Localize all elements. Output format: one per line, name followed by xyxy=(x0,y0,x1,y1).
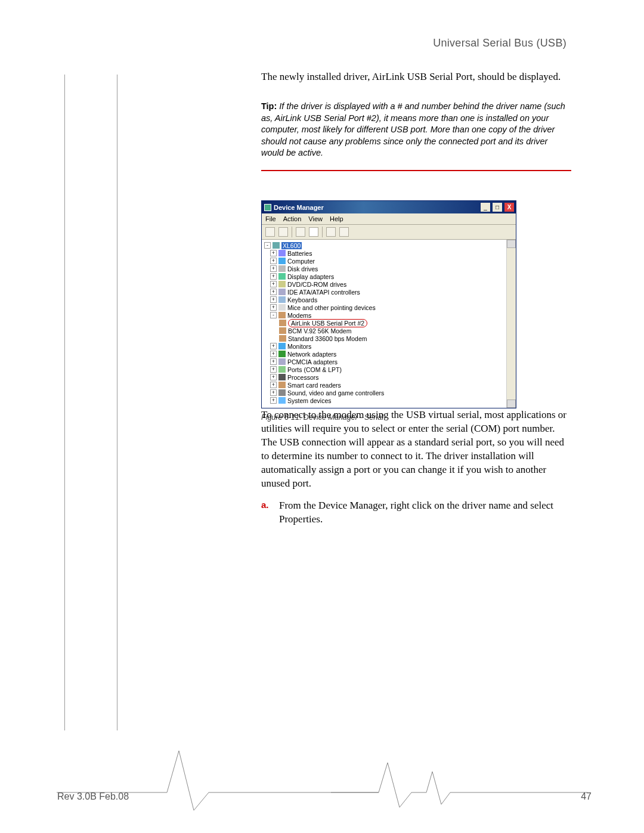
tree-leaf[interactable]: Standard 33600 bps Modem xyxy=(279,335,513,342)
device-manager-window: Device Manager _ □ X File Action View He… xyxy=(261,200,516,408)
expander-icon[interactable]: + xyxy=(270,389,277,396)
device-category-icon xyxy=(278,382,286,388)
expander-icon[interactable]: + xyxy=(270,397,277,404)
menu-bar: File Action View Help xyxy=(262,213,516,225)
tree-node[interactable]: +Ports (COM & LPT) xyxy=(270,366,513,373)
device-tree: - XL600 +Batteries+Computer+Disk drives+… xyxy=(262,240,516,408)
tree-node-label: Smart card readers xyxy=(287,382,341,389)
paragraph-connect: To connect to the modem using the USB vi… xyxy=(261,408,571,491)
modem-icon xyxy=(279,335,286,342)
expander-icon[interactable]: + xyxy=(270,366,277,373)
tree-node[interactable]: -Modems xyxy=(270,311,513,319)
tree-node-label: PCMCIA adapters xyxy=(287,358,338,366)
tree-node-label: System devices xyxy=(287,397,332,404)
tip-text: If the driver is displayed with a # and … xyxy=(261,101,565,157)
expander-icon[interactable]: + xyxy=(270,358,277,365)
tree-node[interactable]: +Processors xyxy=(270,373,513,381)
window-titlebar: Device Manager _ □ X xyxy=(262,201,516,213)
back-icon[interactable] xyxy=(265,227,275,237)
refresh-icon[interactable] xyxy=(339,227,349,237)
expander-icon[interactable]: + xyxy=(270,258,277,264)
paragraph-intro: The newly installed driver, AirLink USB … xyxy=(261,70,571,84)
tree-node-label: IDE ATA/ATAPI controllers xyxy=(287,289,360,296)
figure-screenshot: Device Manager _ □ X File Action View He… xyxy=(261,200,518,422)
tree-leaf[interactable]: AirLink USB Serial Port #2 xyxy=(279,319,513,327)
tree-node[interactable]: +Mice and other pointing devices xyxy=(270,304,513,311)
tree-node-label: Processors xyxy=(287,374,319,381)
tree-node[interactable]: +Keyboards xyxy=(270,296,513,304)
expander-icon[interactable]: + xyxy=(270,382,277,388)
device-category-icon xyxy=(278,312,286,318)
device-category-icon xyxy=(278,366,286,373)
step-a: a. From the Device Manager, right click … xyxy=(261,499,571,527)
computer-icon xyxy=(273,242,280,249)
expander-icon[interactable]: + xyxy=(270,304,277,311)
print-icon[interactable] xyxy=(309,227,318,237)
device-category-icon xyxy=(278,343,286,349)
close-button[interactable]: X xyxy=(504,202,515,212)
page-footer: Rev 3.0B Feb.08 47 xyxy=(57,791,592,802)
properties-icon[interactable] xyxy=(326,227,336,237)
step-text: From the Device Manager, right click on … xyxy=(279,499,571,527)
tree-node-label: Modems xyxy=(287,312,311,319)
scroll-down-icon[interactable] xyxy=(507,400,516,408)
toolbar xyxy=(262,225,516,240)
expander-icon[interactable]: + xyxy=(270,374,277,380)
window-title: Device Manager xyxy=(274,204,324,211)
tree-leaf-label: BCM V.92 56K Modem xyxy=(288,327,351,335)
device-category-icon xyxy=(278,250,286,256)
modem-icon xyxy=(279,320,286,326)
modem-icon xyxy=(279,327,286,334)
tree-node[interactable]: +DVD/CD-ROM drives xyxy=(270,280,513,288)
tree-node[interactable]: +Monitors xyxy=(270,342,513,350)
menu-file[interactable]: File xyxy=(265,215,276,222)
tree-node-label: Keyboards xyxy=(287,296,317,304)
tree-node[interactable]: +Network adapters xyxy=(270,350,513,358)
device-category-icon xyxy=(278,281,286,287)
tree-node-label: DVD/CD-ROM drives xyxy=(287,281,346,288)
device-category-icon xyxy=(278,265,286,272)
expander-icon[interactable]: + xyxy=(270,250,277,256)
tree-node-label: Ports (COM & LPT) xyxy=(287,366,342,373)
tree-leaf[interactable]: BCM V.92 56K Modem xyxy=(279,327,513,335)
tip-block: Tip: If the driver is displayed with a #… xyxy=(261,101,571,159)
tree-node[interactable]: +Disk drives xyxy=(270,265,513,272)
scroll-up-icon[interactable] xyxy=(507,240,516,248)
expander-icon[interactable]: + xyxy=(270,281,277,287)
revision-text: Rev 3.0B Feb.08 xyxy=(57,791,129,802)
tip-label: Tip: xyxy=(261,101,277,111)
tree-node[interactable]: +Display adapters xyxy=(270,272,513,280)
tree-root[interactable]: XL600 xyxy=(281,242,302,249)
tree-node[interactable]: +Smart card readers xyxy=(270,381,513,389)
tree-node-label: Network adapters xyxy=(287,351,336,358)
tree-node-label: Batteries xyxy=(287,250,312,257)
expander-icon[interactable]: + xyxy=(270,265,277,272)
expander-icon[interactable]: + xyxy=(270,343,277,349)
expander-icon[interactable]: + xyxy=(270,351,277,357)
device-category-icon xyxy=(278,351,286,357)
expander-icon[interactable]: - xyxy=(264,242,271,249)
menu-action[interactable]: Action xyxy=(283,215,302,222)
expander-icon[interactable]: - xyxy=(270,312,277,318)
minimize-button[interactable]: _ xyxy=(480,202,491,212)
expander-icon[interactable]: + xyxy=(270,296,277,303)
tree-node[interactable]: +PCMCIA adapters xyxy=(270,358,513,366)
tree-node-label: Mice and other pointing devices xyxy=(287,304,376,311)
scan-icon[interactable] xyxy=(296,227,305,237)
menu-help[interactable]: Help xyxy=(330,215,343,222)
tree-node[interactable]: +Computer xyxy=(270,257,513,265)
menu-view[interactable]: View xyxy=(308,215,323,222)
tree-node[interactable]: +Sound, video and game controllers xyxy=(270,389,513,397)
device-category-icon xyxy=(278,296,286,303)
expander-icon[interactable]: + xyxy=(270,273,277,280)
forward-icon[interactable] xyxy=(278,227,288,237)
tree-node-label: Disk drives xyxy=(287,265,318,272)
maximize-button[interactable]: □ xyxy=(492,202,503,212)
tree-node[interactable]: +IDE ATA/ATAPI controllers xyxy=(270,288,513,296)
tree-node[interactable]: +Batteries xyxy=(270,249,513,257)
scrollbar[interactable] xyxy=(506,240,516,408)
tree-node[interactable]: +System devices xyxy=(270,397,513,404)
expander-icon[interactable]: + xyxy=(270,289,277,295)
tip-divider xyxy=(261,170,571,171)
tree-node-label: Monitors xyxy=(287,343,311,350)
